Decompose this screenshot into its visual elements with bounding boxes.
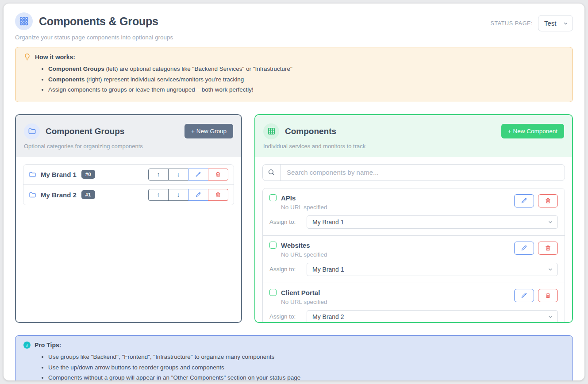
pro-tips-list: Use groups like "Backend", "Frontend", "… bbox=[23, 352, 565, 380]
header-left: Components & Groups Organize your status… bbox=[15, 12, 173, 41]
main-card: Components & Groups Organize your status… bbox=[4, 4, 584, 380]
arrow-up-icon: ↑ bbox=[157, 171, 160, 178]
components-panel-subtitle: Individual services and monitors to trac… bbox=[263, 143, 564, 150]
groups-panel-title: Component Groups bbox=[46, 127, 179, 136]
assign-to-label: Assign to: bbox=[269, 313, 307, 320]
pencil-icon bbox=[521, 292, 527, 299]
assign-group-select[interactable]: My Brand 2 bbox=[307, 310, 558, 323]
table-grid-icon bbox=[263, 123, 279, 139]
trash-icon bbox=[215, 171, 221, 177]
components-panel: Components + New Component Individual se… bbox=[254, 114, 573, 323]
lightbulb-icon bbox=[23, 53, 31, 61]
arrow-down-icon: ↓ bbox=[177, 171, 180, 178]
group-actions: ↑ ↓ bbox=[148, 189, 228, 201]
assign-row: Assign to: My Brand 1 bbox=[269, 215, 558, 229]
status-page-label: STATUS PAGE: bbox=[491, 20, 533, 27]
move-down-button[interactable]: ↓ bbox=[168, 169, 188, 180]
components-panel-body: APIs No URL specified bbox=[255, 157, 572, 323]
component-url-status: No URL specified bbox=[281, 251, 327, 258]
component-name: APIs bbox=[281, 194, 296, 202]
group-row: My Brand 2 #1 ↑ ↓ bbox=[23, 184, 234, 205]
trash-icon bbox=[215, 192, 221, 198]
pencil-icon bbox=[521, 245, 527, 251]
edit-group-button[interactable] bbox=[188, 169, 208, 180]
component-row: Client Portal No URL specified bbox=[263, 283, 565, 323]
status-page-picker: STATUS PAGE: Test bbox=[491, 15, 573, 31]
components-panel-header: Components + New Component Individual se… bbox=[255, 115, 572, 157]
how-it-works-bullet: Component Groups (left) are optional cat… bbox=[48, 64, 565, 74]
arrow-down-icon: ↓ bbox=[177, 191, 180, 198]
pro-tips-bullet: Use groups like "Backend", "Frontend", "… bbox=[48, 352, 565, 362]
pencil-icon bbox=[195, 192, 201, 198]
search-input[interactable] bbox=[281, 165, 565, 180]
component-search-bar bbox=[262, 164, 565, 181]
assign-row: Assign to: My Brand 2 bbox=[269, 310, 558, 323]
delete-component-button[interactable] bbox=[538, 194, 558, 207]
assign-group-select[interactable]: My Brand 1 bbox=[307, 263, 558, 276]
status-page-select[interactable]: Test bbox=[538, 15, 573, 31]
page-header: Components & Groups Organize your status… bbox=[15, 12, 573, 41]
group-name: My Brand 1 bbox=[41, 171, 77, 178]
delete-group-button[interactable] bbox=[208, 169, 228, 180]
component-list: APIs No URL specified bbox=[262, 188, 565, 323]
folder-icon bbox=[29, 171, 36, 178]
assign-group-select[interactable]: My Brand 1 bbox=[307, 215, 558, 229]
components-grid-icon bbox=[15, 12, 33, 30]
how-it-works-bullet: Components (right) represent individual … bbox=[48, 74, 565, 85]
groups-panel-subtitle: Optional categories for organizing compo… bbox=[24, 143, 233, 150]
move-up-button[interactable]: ↑ bbox=[148, 189, 169, 201]
component-name: Client Portal bbox=[281, 289, 320, 296]
component-url-status: No URL specified bbox=[281, 204, 327, 211]
pencil-icon bbox=[521, 197, 527, 204]
edit-group-button[interactable] bbox=[188, 189, 208, 201]
new-group-button[interactable]: + New Group bbox=[184, 124, 233, 138]
folder-icon bbox=[29, 191, 36, 199]
assign-group-select-control[interactable]: My Brand 1 bbox=[307, 215, 558, 229]
component-checkbox[interactable] bbox=[269, 289, 277, 296]
search-icon bbox=[263, 165, 281, 180]
trash-icon bbox=[545, 245, 551, 251]
component-actions bbox=[514, 289, 558, 302]
delete-component-button[interactable] bbox=[538, 242, 558, 255]
page-subtitle: Organize your status page components int… bbox=[15, 34, 173, 41]
arrow-up-icon: ↑ bbox=[157, 191, 160, 198]
group-list: My Brand 1 #0 ↑ ↓ bbox=[23, 164, 234, 205]
group-actions: ↑ ↓ bbox=[148, 169, 228, 180]
component-name: Websites bbox=[281, 242, 310, 249]
edit-component-button[interactable] bbox=[514, 289, 534, 302]
how-it-works-bullet: Assign components to groups or leave the… bbox=[48, 84, 565, 95]
folder-icon bbox=[24, 123, 40, 139]
component-checkbox[interactable] bbox=[269, 242, 277, 249]
assign-group-select-control[interactable]: My Brand 1 bbox=[307, 263, 558, 276]
info-icon: i bbox=[23, 342, 31, 349]
delete-group-button[interactable] bbox=[208, 189, 228, 201]
move-down-button[interactable]: ↓ bbox=[168, 189, 188, 201]
group-name: My Brand 2 bbox=[41, 191, 77, 199]
component-actions bbox=[514, 194, 558, 207]
component-checkbox[interactable] bbox=[269, 194, 277, 201]
delete-component-button[interactable] bbox=[538, 289, 558, 302]
component-url-status: No URL specified bbox=[281, 299, 327, 305]
pro-tips-title: Pro Tips: bbox=[35, 342, 61, 349]
component-row: APIs No URL specified bbox=[263, 188, 565, 235]
status-page-select-control[interactable]: Test bbox=[538, 15, 573, 31]
group-row: My Brand 1 #0 ↑ ↓ bbox=[23, 165, 234, 184]
how-it-works-title: How it works: bbox=[35, 54, 75, 61]
trash-icon bbox=[545, 197, 551, 204]
new-component-button[interactable]: + New Component bbox=[501, 124, 564, 138]
group-order-badge: #0 bbox=[81, 170, 95, 179]
pro-tips-bullet: Components without a group will appear i… bbox=[48, 372, 565, 380]
panels-row: Component Groups + New Group Optional ca… bbox=[15, 114, 573, 323]
move-up-button[interactable]: ↑ bbox=[148, 169, 169, 180]
assign-to-label: Assign to: bbox=[269, 266, 307, 273]
pro-tips-box: i Pro Tips: Use groups like "Backend", "… bbox=[15, 335, 573, 380]
edit-component-button[interactable] bbox=[514, 194, 534, 207]
pencil-icon bbox=[195, 171, 201, 177]
component-actions bbox=[514, 242, 558, 255]
trash-icon bbox=[545, 292, 551, 299]
pro-tips-bullet: Use the up/down arrow buttons to reorder… bbox=[48, 362, 565, 373]
component-row: Websites No URL specified bbox=[263, 235, 565, 283]
component-groups-panel: Component Groups + New Group Optional ca… bbox=[15, 114, 242, 323]
edit-component-button[interactable] bbox=[514, 242, 534, 255]
assign-group-select-control[interactable]: My Brand 2 bbox=[307, 310, 558, 323]
